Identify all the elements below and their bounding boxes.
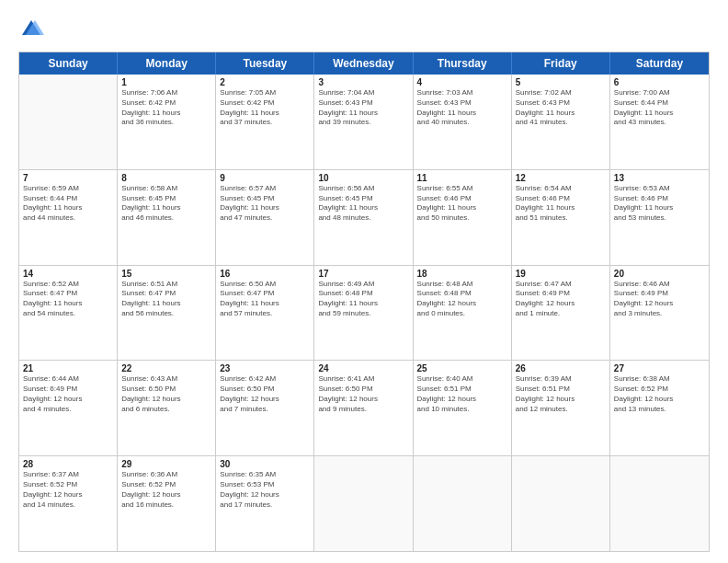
cell-line: Sunset: 6:49 PM (516, 289, 606, 299)
cal-cell-22: 22Sunrise: 6:43 AMSunset: 6:50 PMDayligh… (118, 361, 216, 455)
cell-line: Sunset: 6:46 PM (516, 194, 606, 204)
day-number: 26 (516, 363, 606, 373)
cal-cell-11: 11Sunrise: 6:55 AMSunset: 6:46 PMDayligh… (414, 170, 512, 265)
cell-line: Daylight: 11 hours (121, 109, 211, 119)
cell-line: Sunrise: 6:52 AM (23, 280, 113, 290)
cell-line: Daylight: 12 hours (23, 490, 113, 500)
cell-line: Daylight: 11 hours (23, 299, 113, 309)
day-number: 5 (516, 77, 606, 87)
cell-line: Sunset: 6:52 PM (23, 480, 113, 490)
day-number: 27 (614, 363, 705, 373)
cell-line: Sunset: 6:49 PM (614, 289, 705, 299)
cell-line: Sunset: 6:43 PM (417, 98, 507, 109)
cell-line: Daylight: 12 hours (23, 395, 113, 405)
cell-line: Daylight: 12 hours (318, 395, 408, 405)
cell-line: Sunrise: 7:05 AM (220, 88, 310, 98)
header-day-sunday: Sunday (19, 52, 118, 75)
cell-line: and 14 minutes. (23, 500, 113, 511)
cell-line: and 57 minutes. (220, 309, 310, 319)
cell-line: Sunrise: 6:41 AM (318, 374, 408, 385)
cell-line: and 40 minutes. (417, 118, 507, 128)
header-day-wednesday: Wednesday (314, 52, 413, 75)
cell-line: and 17 minutes. (220, 500, 310, 511)
day-number: 17 (318, 269, 408, 279)
cal-cell-16: 16Sunrise: 6:50 AMSunset: 6:47 PMDayligh… (216, 266, 314, 361)
cell-line: Sunrise: 6:40 AM (417, 374, 507, 385)
calendar-header-row: SundayMondayTuesdayWednesdayThursdayFrid… (19, 52, 709, 75)
cell-line: Sunset: 6:45 PM (121, 194, 211, 204)
day-number: 25 (417, 363, 507, 373)
cal-cell-25: 25Sunrise: 6:40 AMSunset: 6:51 PMDayligh… (414, 361, 512, 455)
week-row-2: 7Sunrise: 6:59 AMSunset: 6:44 PMDaylight… (19, 170, 709, 266)
cell-line: and 47 minutes. (220, 213, 310, 224)
day-number: 24 (318, 363, 408, 373)
cell-line: Sunrise: 6:53 AM (614, 184, 705, 194)
cell-line: Sunrise: 6:46 AM (614, 280, 705, 290)
cell-line: Sunset: 6:47 PM (121, 289, 211, 299)
cell-line: Sunset: 6:44 PM (614, 98, 705, 109)
day-number: 18 (417, 269, 507, 279)
cell-line: Sunset: 6:43 PM (318, 98, 408, 109)
cal-cell-empty-4-4 (414, 456, 512, 551)
cell-line: Daylight: 11 hours (417, 203, 507, 213)
day-number: 10 (318, 173, 408, 183)
cell-line: Sunset: 6:48 PM (318, 289, 408, 299)
cal-cell-9: 9Sunrise: 6:57 AMSunset: 6:45 PMDaylight… (216, 170, 314, 265)
week-row-5: 28Sunrise: 6:37 AMSunset: 6:52 PMDayligh… (19, 456, 709, 551)
cal-cell-28: 28Sunrise: 6:37 AMSunset: 6:52 PMDayligh… (19, 456, 118, 551)
cell-line: Sunrise: 7:06 AM (121, 88, 211, 98)
cal-cell-8: 8Sunrise: 6:58 AMSunset: 6:45 PMDaylight… (118, 170, 216, 265)
cell-line: and 50 minutes. (417, 213, 507, 224)
cal-cell-15: 15Sunrise: 6:51 AMSunset: 6:47 PMDayligh… (118, 266, 216, 361)
cell-line: Sunset: 6:42 PM (121, 98, 211, 109)
cell-line: Sunrise: 6:57 AM (220, 184, 310, 194)
page: SundayMondayTuesdayWednesdayThursdayFrid… (0, 0, 728, 563)
cal-cell-21: 21Sunrise: 6:44 AMSunset: 6:49 PMDayligh… (19, 361, 118, 455)
cell-line: Sunrise: 6:51 AM (121, 280, 211, 290)
cell-line: Sunset: 6:47 PM (23, 289, 113, 299)
cal-cell-23: 23Sunrise: 6:42 AMSunset: 6:50 PMDayligh… (216, 361, 314, 455)
cell-line: Sunset: 6:48 PM (417, 289, 507, 299)
cell-line: and 7 minutes. (220, 405, 310, 415)
cell-line: and 1 minute. (516, 309, 606, 319)
cell-line: Sunrise: 6:48 AM (417, 280, 507, 290)
cell-line: and 12 minutes. (516, 405, 606, 415)
cell-line: and 44 minutes. (23, 213, 113, 224)
header-day-friday: Friday (512, 52, 610, 75)
cell-line: Sunset: 6:52 PM (614, 385, 705, 395)
cell-line: Sunrise: 6:44 AM (23, 374, 113, 385)
cell-line: Sunrise: 6:37 AM (23, 470, 113, 480)
cell-line: Daylight: 12 hours (220, 490, 310, 500)
cell-line: and 51 minutes. (516, 213, 606, 224)
day-number: 7 (23, 173, 113, 183)
cell-line: Sunset: 6:53 PM (220, 480, 310, 490)
cal-cell-empty-4-3 (314, 456, 413, 551)
cell-line: Sunrise: 7:03 AM (417, 88, 507, 98)
cell-line: Daylight: 12 hours (121, 395, 211, 405)
logo-icon (18, 17, 44, 42)
cell-line: Sunrise: 6:35 AM (220, 470, 310, 480)
day-number: 12 (516, 173, 606, 183)
cal-cell-3: 3Sunrise: 7:04 AMSunset: 6:43 PMDaylight… (314, 75, 413, 169)
cell-line: Daylight: 11 hours (121, 203, 211, 213)
cell-line: Sunset: 6:52 PM (121, 480, 211, 490)
cell-line: Daylight: 11 hours (614, 109, 705, 119)
logo (18, 17, 48, 42)
cell-line: Sunrise: 6:42 AM (220, 374, 310, 385)
cell-line: and 48 minutes. (318, 213, 408, 224)
cell-line: and 41 minutes. (516, 118, 606, 128)
cal-cell-empty-4-5 (512, 456, 610, 551)
cell-line: Daylight: 12 hours (516, 299, 606, 309)
cell-line: Sunrise: 6:55 AM (417, 184, 507, 194)
cell-line: and 43 minutes. (614, 118, 705, 128)
cell-line: and 16 minutes. (121, 500, 211, 511)
day-number: 2 (220, 77, 310, 87)
cell-line: and 9 minutes. (318, 405, 408, 415)
week-row-4: 21Sunrise: 6:44 AMSunset: 6:49 PMDayligh… (19, 361, 709, 456)
cell-line: Sunrise: 6:58 AM (121, 184, 211, 194)
day-number: 16 (220, 269, 310, 279)
cell-line: Daylight: 12 hours (121, 490, 211, 500)
cell-line: Daylight: 11 hours (318, 299, 408, 309)
cell-line: Daylight: 11 hours (220, 203, 310, 213)
cell-line: Sunrise: 6:43 AM (121, 374, 211, 385)
